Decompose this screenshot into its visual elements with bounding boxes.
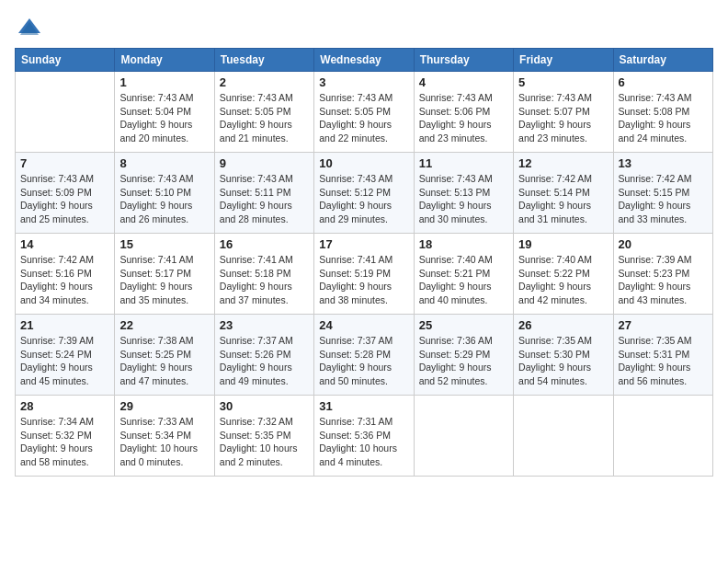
day-number: 25 [419, 318, 508, 332]
header-cell-monday: Monday [115, 49, 214, 72]
logo-icon [17, 15, 42, 40]
calendar: SundayMondayTuesdayWednesdayThursdayFrid… [15, 48, 713, 477]
day-cell: 5Sunrise: 7:43 AM Sunset: 5:07 PM Daylig… [514, 72, 613, 153]
day-number: 4 [419, 75, 508, 89]
day-info: Sunrise: 7:39 AM Sunset: 5:23 PM Dayligh… [619, 253, 708, 307]
day-number: 6 [619, 75, 708, 89]
logo [15, 15, 42, 40]
day-info: Sunrise: 7:43 AM Sunset: 5:10 PM Dayligh… [119, 172, 209, 226]
day-cell: 11Sunrise: 7:43 AM Sunset: 5:13 PM Dayli… [414, 153, 513, 234]
header-cell-thursday: Thursday [414, 49, 513, 72]
day-info: Sunrise: 7:42 AM Sunset: 5:16 PM Dayligh… [20, 253, 109, 307]
day-cell: 13Sunrise: 7:42 AM Sunset: 5:15 PM Dayli… [613, 153, 712, 234]
week-row: 28Sunrise: 7:34 AM Sunset: 5:32 PM Dayli… [16, 396, 713, 477]
day-cell: 19Sunrise: 7:40 AM Sunset: 5:22 PM Dayli… [514, 234, 613, 315]
day-cell: 24Sunrise: 7:37 AM Sunset: 5:28 PM Dayli… [314, 315, 414, 396]
day-cell: 7Sunrise: 7:43 AM Sunset: 5:09 PM Daylig… [16, 153, 115, 234]
day-number: 1 [119, 75, 209, 89]
day-info: Sunrise: 7:36 AM Sunset: 5:29 PM Dayligh… [419, 334, 508, 388]
day-cell: 21Sunrise: 7:39 AM Sunset: 5:24 PM Dayli… [16, 315, 115, 396]
day-number: 13 [619, 156, 708, 170]
page-header [15, 15, 713, 40]
day-info: Sunrise: 7:37 AM Sunset: 5:26 PM Dayligh… [220, 334, 309, 388]
day-info: Sunrise: 7:40 AM Sunset: 5:22 PM Dayligh… [518, 253, 608, 307]
day-number: 7 [20, 156, 109, 170]
day-number: 30 [220, 399, 309, 413]
day-info: Sunrise: 7:43 AM Sunset: 5:04 PM Dayligh… [119, 91, 209, 145]
day-cell: 1Sunrise: 7:43 AM Sunset: 5:04 PM Daylig… [115, 72, 214, 153]
day-cell: 6Sunrise: 7:43 AM Sunset: 5:08 PM Daylig… [613, 72, 712, 153]
day-cell: 10Sunrise: 7:43 AM Sunset: 5:12 PM Dayli… [314, 153, 414, 234]
day-number: 5 [518, 75, 608, 89]
header-cell-sunday: Sunday [16, 49, 115, 72]
header-cell-friday: Friday [514, 49, 613, 72]
day-info: Sunrise: 7:37 AM Sunset: 5:28 PM Dayligh… [319, 334, 408, 388]
day-cell: 28Sunrise: 7:34 AM Sunset: 5:32 PM Dayli… [16, 396, 115, 477]
day-cell [16, 72, 115, 153]
week-row: 1Sunrise: 7:43 AM Sunset: 5:04 PM Daylig… [16, 72, 713, 153]
day-number: 2 [220, 75, 309, 89]
day-number: 19 [518, 237, 608, 251]
day-number: 29 [119, 399, 209, 413]
day-cell: 29Sunrise: 7:33 AM Sunset: 5:34 PM Dayli… [115, 396, 214, 477]
week-row: 21Sunrise: 7:39 AM Sunset: 5:24 PM Dayli… [16, 315, 713, 396]
day-cell: 14Sunrise: 7:42 AM Sunset: 5:16 PM Dayli… [16, 234, 115, 315]
day-number: 8 [119, 156, 209, 170]
day-info: Sunrise: 7:41 AM Sunset: 5:18 PM Dayligh… [220, 253, 309, 307]
day-cell: 25Sunrise: 7:36 AM Sunset: 5:29 PM Dayli… [414, 315, 513, 396]
day-cell: 17Sunrise: 7:41 AM Sunset: 5:19 PM Dayli… [314, 234, 414, 315]
day-cell: 27Sunrise: 7:35 AM Sunset: 5:31 PM Dayli… [613, 315, 712, 396]
day-number: 3 [319, 75, 408, 89]
day-number: 20 [619, 237, 708, 251]
day-info: Sunrise: 7:31 AM Sunset: 5:36 PM Dayligh… [319, 415, 408, 469]
week-row: 7Sunrise: 7:43 AM Sunset: 5:09 PM Daylig… [16, 153, 713, 234]
header-cell-wednesday: Wednesday [314, 49, 414, 72]
day-cell: 3Sunrise: 7:43 AM Sunset: 5:05 PM Daylig… [314, 72, 414, 153]
day-cell: 9Sunrise: 7:43 AM Sunset: 5:11 PM Daylig… [214, 153, 313, 234]
day-info: Sunrise: 7:43 AM Sunset: 5:07 PM Dayligh… [518, 91, 608, 145]
day-number: 12 [518, 156, 608, 170]
day-info: Sunrise: 7:35 AM Sunset: 5:31 PM Dayligh… [619, 334, 708, 388]
day-info: Sunrise: 7:41 AM Sunset: 5:17 PM Dayligh… [119, 253, 209, 307]
day-cell [613, 396, 712, 477]
day-info: Sunrise: 7:38 AM Sunset: 5:25 PM Dayligh… [119, 334, 209, 388]
day-number: 10 [319, 156, 408, 170]
day-info: Sunrise: 7:43 AM Sunset: 5:13 PM Dayligh… [419, 172, 508, 226]
day-info: Sunrise: 7:43 AM Sunset: 5:09 PM Dayligh… [20, 172, 109, 226]
day-info: Sunrise: 7:34 AM Sunset: 5:32 PM Dayligh… [20, 415, 109, 469]
day-cell: 8Sunrise: 7:43 AM Sunset: 5:10 PM Daylig… [115, 153, 214, 234]
day-cell: 18Sunrise: 7:40 AM Sunset: 5:21 PM Dayli… [414, 234, 513, 315]
day-cell: 30Sunrise: 7:32 AM Sunset: 5:35 PM Dayli… [214, 396, 313, 477]
day-info: Sunrise: 7:43 AM Sunset: 5:05 PM Dayligh… [220, 91, 309, 145]
day-info: Sunrise: 7:43 AM Sunset: 5:08 PM Dayligh… [619, 91, 708, 145]
day-cell: 12Sunrise: 7:42 AM Sunset: 5:14 PM Dayli… [514, 153, 613, 234]
day-cell [514, 396, 613, 477]
day-info: Sunrise: 7:39 AM Sunset: 5:24 PM Dayligh… [20, 334, 109, 388]
header-cell-tuesday: Tuesday [214, 49, 313, 72]
day-number: 15 [119, 237, 209, 251]
day-cell [414, 396, 513, 477]
day-number: 18 [419, 237, 508, 251]
header-row: SundayMondayTuesdayWednesdayThursdayFrid… [16, 49, 713, 72]
day-number: 22 [119, 318, 209, 332]
day-info: Sunrise: 7:35 AM Sunset: 5:30 PM Dayligh… [518, 334, 608, 388]
day-cell: 2Sunrise: 7:43 AM Sunset: 5:05 PM Daylig… [214, 72, 313, 153]
day-number: 16 [220, 237, 309, 251]
day-number: 28 [20, 399, 109, 413]
day-number: 11 [419, 156, 508, 170]
day-number: 31 [319, 399, 408, 413]
day-cell: 4Sunrise: 7:43 AM Sunset: 5:06 PM Daylig… [414, 72, 513, 153]
day-info: Sunrise: 7:43 AM Sunset: 5:06 PM Dayligh… [419, 91, 508, 145]
day-cell: 20Sunrise: 7:39 AM Sunset: 5:23 PM Dayli… [613, 234, 712, 315]
day-number: 14 [20, 237, 109, 251]
day-number: 9 [220, 156, 309, 170]
day-cell: 31Sunrise: 7:31 AM Sunset: 5:36 PM Dayli… [314, 396, 414, 477]
day-info: Sunrise: 7:42 AM Sunset: 5:15 PM Dayligh… [619, 172, 708, 226]
day-number: 17 [319, 237, 408, 251]
day-info: Sunrise: 7:40 AM Sunset: 5:21 PM Dayligh… [419, 253, 508, 307]
day-info: Sunrise: 7:43 AM Sunset: 5:12 PM Dayligh… [319, 172, 408, 226]
day-number: 24 [319, 318, 408, 332]
day-number: 23 [220, 318, 309, 332]
day-cell: 23Sunrise: 7:37 AM Sunset: 5:26 PM Dayli… [214, 315, 313, 396]
day-number: 26 [518, 318, 608, 332]
